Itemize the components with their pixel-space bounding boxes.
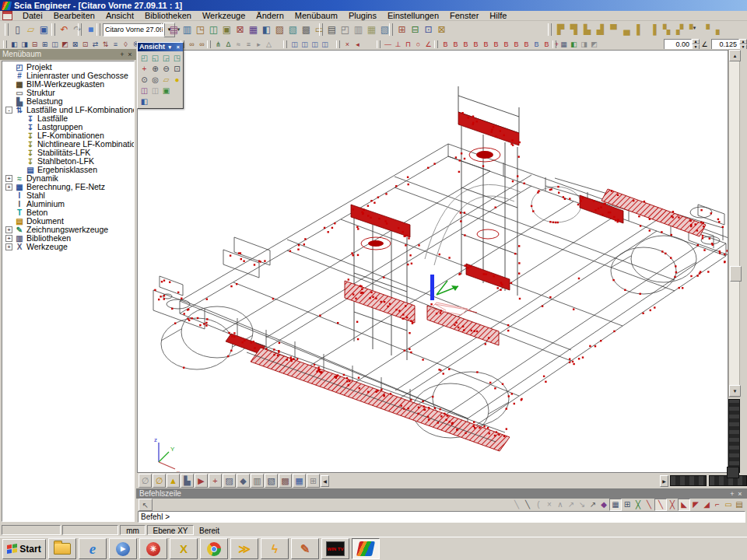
document-button[interactable]: ▥ [352, 23, 365, 37]
clip-plane-2-button[interactable]: ∅ [153, 474, 166, 488]
group-dropdown-icon[interactable]: ▾ [691, 25, 698, 31]
load-free-surface-button[interactable]: B [491, 40, 501, 49]
view-parameter-5[interactable]: ▀ [607, 23, 620, 37]
load-free-line-button[interactable]: B [481, 40, 491, 49]
tree-item-ergebnisklassen[interactable]: ▤ Ergebnisklassen [2, 166, 134, 174]
shade-mode-button[interactable]: ◩ [589, 40, 599, 49]
mesh-node-button[interactable]: ∆ [223, 40, 233, 49]
view-parameter-12[interactable]: ▝ [700, 23, 713, 37]
plane-yz-button[interactable]: ◤ [690, 499, 701, 510]
load-wind-button[interactable]: B [511, 40, 521, 49]
zoom-in-button[interactable]: ⊕ [150, 64, 160, 74]
workplane-button[interactable]: ▤ [167, 23, 181, 37]
clip-plane-1-button[interactable]: ∅ [139, 474, 152, 488]
snap-midpoint-button[interactable]: ↘ [577, 499, 587, 510]
add-selection-button[interactable]: ⊞ [40, 40, 50, 49]
results-button[interactable]: ⊠ [435, 23, 448, 37]
menu-aendern[interactable]: Ändern [251, 11, 289, 21]
menu-fenster[interactable]: Fenster [444, 11, 484, 21]
zoom-all-button[interactable]: ◎ [150, 75, 160, 85]
track-cross-button[interactable]: ╳ [667, 499, 678, 510]
save-image-button[interactable]: ▦ [559, 40, 569, 49]
view-direction-button[interactable]: + [139, 64, 149, 74]
snap-line-button[interactable]: ╲ [511, 499, 522, 510]
system-tools-app[interactable]: X [170, 538, 198, 559]
hatch-display-button[interactable]: ▨ [223, 474, 236, 488]
viewport-1-button[interactable]: ◫ [289, 40, 300, 49]
menu-ansicht[interactable]: Ansicht [100, 11, 139, 21]
deselect-button[interactable]: ⊟ [30, 40, 40, 49]
open-project-button[interactable]: ▱ [24, 23, 37, 37]
viewport-2-button[interactable]: ◫ [300, 40, 310, 49]
undo-button[interactable]: ↶ [58, 23, 71, 37]
perspective-button[interactable]: ◧ [139, 96, 149, 107]
angle-spinner-value[interactable]: 0.00 [664, 39, 692, 50]
snap-line2-button[interactable]: ╲ [522, 499, 533, 510]
print-button[interactable]: ▤ [325, 23, 338, 37]
load-point-force-button[interactable]: B [440, 40, 451, 49]
menu-datei[interactable]: Datei [17, 11, 48, 21]
view-parameter-10[interactable]: ▞ [673, 23, 686, 37]
calculation-button[interactable]: ⊞ [395, 23, 409, 37]
winamp-app[interactable]: ϟ [261, 538, 289, 559]
step-spinner-value[interactable]: 0.125 [711, 39, 739, 50]
tree-item-lastfaelle-lfk[interactable]: - ⇅ Lastfälle und LF-Kombinationen [2, 106, 134, 114]
numbering-button[interactable]: ▥ [251, 474, 264, 488]
clipboard-button[interactable]: ▣ [220, 23, 233, 37]
angle-spinner[interactable]: 0.00 ▲▼ [664, 39, 700, 50]
gallery-button[interactable]: ▦ [365, 23, 378, 37]
media-player-app[interactable]: ▶ [109, 538, 137, 559]
activity-button[interactable]: ◳ [194, 23, 207, 37]
select-nodes-button[interactable]: ◧ [9, 40, 19, 49]
load-surface-button[interactable]: B [461, 40, 471, 49]
view-z-button[interactable]: ◳ [172, 53, 182, 63]
total-commander-app[interactable]: ≫ [230, 538, 258, 559]
paint-app[interactable]: ✎ [291, 538, 319, 559]
scia-engineer-app[interactable] [352, 538, 380, 559]
red-hand-app[interactable]: ✳ [139, 538, 167, 559]
snap-settings-button[interactable]: ◆ [598, 499, 609, 510]
hinge-begin-button[interactable]: ∞ [187, 40, 197, 49]
ucs-button[interactable]: ◫ [207, 23, 220, 37]
tracking2-button[interactable]: ╲ [654, 499, 667, 511]
load-line-force-button[interactable]: B [451, 40, 461, 49]
render-cone-button[interactable]: ▲ [167, 474, 180, 488]
doc-view-button[interactable]: ▦ [293, 474, 306, 488]
palette-dropdown-icon[interactable]: ▾ [167, 44, 173, 51]
flag-display-button[interactable]: ▶ [195, 474, 208, 488]
google-chrome-app[interactable] [200, 538, 228, 559]
previous-view-button[interactable]: ▱ [161, 75, 171, 85]
tree-item-bibliotheken[interactable]: + ▥ Bibliotheken [2, 234, 134, 243]
clip-box-button[interactable]: ◫ [139, 86, 149, 96]
view-parameter-6[interactable]: ▄ [620, 23, 633, 37]
tree-item-aluminium[interactable]: I Aluminium [2, 200, 134, 208]
scroll-up-icon[interactable]: ▲ [729, 50, 741, 61]
snap-intersection-button[interactable]: ↗ [587, 499, 598, 510]
scrollbar-thumb[interactable] [730, 266, 742, 282]
view-parameter-3[interactable]: ▙ [580, 23, 594, 37]
pin-icon[interactable]: + [118, 51, 126, 58]
load-moment-button[interactable]: B [531, 40, 542, 49]
cleaner-button[interactable]: ▩ [300, 23, 313, 37]
lock-button[interactable]: ⊠ [70, 40, 80, 49]
sort-button[interactable]: ⇅ [100, 40, 110, 49]
clip-off-button[interactable]: ◫ [150, 86, 160, 96]
view-parameter-7[interactable]: ▌ [633, 23, 647, 37]
light-button[interactable]: ● [172, 75, 182, 85]
tree-expand-icon[interactable]: + [5, 175, 12, 182]
menu-menuebaum[interactable]: Menübaum [289, 11, 343, 21]
labels-display-button[interactable]: ◆ [237, 474, 250, 488]
invert-selection-button[interactable]: ◩ [60, 40, 70, 49]
tree-item-stahl[interactable]: I Stahl [2, 191, 134, 200]
load-predefined-button[interactable]: B [521, 40, 531, 49]
tree-item-beton[interactable]: T Beton [2, 208, 134, 217]
local-axes-button[interactable]: ≈ [233, 40, 244, 49]
view-y-button[interactable]: ◲ [161, 53, 171, 63]
marker-button[interactable]: ◊ [121, 40, 131, 49]
command-input[interactable] [141, 513, 738, 521]
snap-arc-button[interactable]: ( [533, 499, 544, 510]
render-button[interactable]: ◧ [569, 40, 579, 49]
briefcase-button[interactable]: ▤ [734, 499, 745, 510]
table-edit-button[interactable]: ▨ [273, 23, 286, 37]
selection-filter-button[interactable]: ⊠ [233, 23, 247, 37]
